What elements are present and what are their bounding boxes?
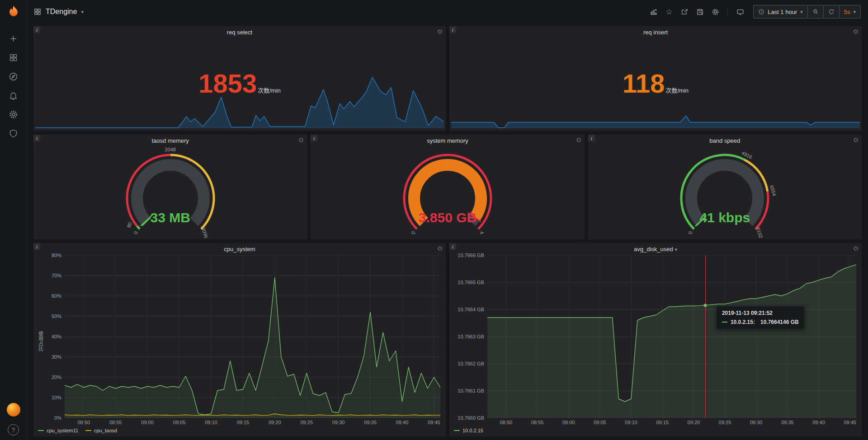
x-axis: 08:5008:5509:0009:0509:1009:1509:2009:25… bbox=[487, 418, 856, 426]
panel-title[interactable]: avg_disk_used ▾ bbox=[463, 246, 848, 253]
panel-title[interactable]: req select bbox=[47, 29, 432, 36]
panel-req-insert: i req insert 118 次数/min bbox=[449, 26, 862, 131]
x-axis-tick: 09:05 bbox=[594, 420, 606, 425]
dashboard-settings-button[interactable] bbox=[708, 5, 722, 18]
x-axis-tick: 09:30 bbox=[750, 420, 763, 425]
x-axis-tick: 09:45 bbox=[844, 420, 856, 425]
dashboard-title[interactable]: TDengine bbox=[46, 8, 77, 16]
panel-req-select: i req select 1853 次数/min bbox=[33, 26, 446, 131]
sidebar-bottom: ? bbox=[7, 403, 20, 435]
req-insert-unit: 次数/min bbox=[666, 86, 689, 94]
panel-band-speed: i band speed 41 kbps 0491665548192 bbox=[588, 135, 862, 239]
grafana-logo[interactable] bbox=[5, 3, 23, 21]
clock-icon bbox=[758, 9, 764, 15]
x-axis-tick: 09:35 bbox=[364, 420, 377, 425]
sidebar-item-configuration[interactable] bbox=[9, 110, 18, 119]
panel-info-icon[interactable]: i bbox=[588, 135, 595, 141]
legend-series-name: cpu_taosd bbox=[94, 428, 117, 433]
chevron-down-icon: ▾ bbox=[853, 9, 856, 15]
y-axis-tick: 50% bbox=[52, 314, 61, 319]
sidebar-item-server-admin[interactable] bbox=[9, 129, 18, 138]
refresh-button[interactable] bbox=[823, 5, 840, 19]
dashboard-grid: i req select 1853 次数/min i req insert bbox=[27, 23, 868, 440]
main-area: TDengine ▾ ☆ bbox=[27, 0, 868, 440]
question-mark-icon: ? bbox=[12, 426, 15, 434]
x-axis-tick: 09:40 bbox=[812, 420, 825, 425]
panel-title[interactable]: band speed bbox=[602, 137, 848, 144]
y-axis-tick: 30% bbox=[52, 354, 61, 360]
chart-cursor-line bbox=[705, 255, 706, 418]
refresh-icon bbox=[828, 9, 835, 15]
chart-area: 使用占比 80%70%60%50%40%30%20%10%0% 08:5008:… bbox=[37, 255, 440, 426]
panel-loading-icon bbox=[853, 137, 859, 143]
share-button[interactable] bbox=[678, 5, 691, 18]
chevron-down-icon[interactable]: ▾ bbox=[81, 9, 84, 15]
chevron-down-icon: ▾ bbox=[800, 9, 803, 15]
tooltip-series-name: 10.0.2.15: bbox=[731, 319, 755, 325]
tv-mode-button[interactable] bbox=[733, 5, 747, 18]
chart-legend: cpu_system11cpu_taosd bbox=[37, 426, 440, 434]
panel-title[interactable]: system memory bbox=[324, 137, 571, 144]
big-value-group: 1853 次数/min bbox=[35, 37, 444, 130]
avg-disk-used-chart[interactable]: 2019-11-13 09:21:52 10.0.2.15: 10.766414… bbox=[487, 255, 856, 418]
plus-icon bbox=[9, 34, 18, 43]
add-panel-button[interactable] bbox=[647, 5, 660, 18]
legend-series-name: 10.0.2.15 bbox=[462, 428, 483, 433]
panel-info-icon[interactable]: i bbox=[33, 243, 40, 250]
cpu-system-chart[interactable] bbox=[65, 255, 440, 418]
panel-taosd-memory: i taosd memery 33 MB 08020484096 bbox=[33, 135, 307, 239]
x-axis-tick: 08:50 bbox=[77, 420, 90, 425]
y-axis-tick: 70% bbox=[52, 273, 61, 278]
share-icon bbox=[681, 8, 689, 16]
squares-icon bbox=[9, 53, 18, 62]
panel-title[interactable]: cpu_system bbox=[47, 246, 432, 253]
zoom-out-button[interactable] bbox=[807, 5, 824, 19]
legend-item[interactable]: cpu_taosd bbox=[85, 428, 117, 433]
dashboard-grid-icon[interactable] bbox=[33, 8, 42, 16]
y-axis-tick: 10.7661 GB bbox=[458, 388, 484, 393]
panel-info-icon[interactable]: i bbox=[449, 26, 456, 33]
gauge-scale-label: 2048 bbox=[165, 147, 175, 152]
x-axis-tick: 08:55 bbox=[109, 420, 122, 425]
gear-icon bbox=[712, 8, 719, 16]
tooltip-timestamp: 2019-11-13 09:21:52 bbox=[722, 310, 799, 316]
singlestat-body: 118 次数/min bbox=[451, 37, 860, 130]
user-avatar[interactable] bbox=[7, 403, 20, 417]
chart-legend: 10.0.2.15 bbox=[453, 426, 856, 434]
panel-title-text: avg_disk_used bbox=[634, 246, 673, 253]
panel-info-icon[interactable]: i bbox=[449, 243, 456, 250]
sidebar-item-dashboards[interactable] bbox=[9, 53, 18, 62]
sidebar-item-explore[interactable] bbox=[9, 72, 18, 81]
panel-title[interactable]: req insert bbox=[463, 29, 848, 36]
sidebar-item-alerting[interactable] bbox=[9, 91, 18, 100]
star-button[interactable]: ☆ bbox=[662, 5, 676, 18]
x-axis-tick: 09:45 bbox=[428, 420, 440, 425]
top-navbar: TDengine ▾ ☆ bbox=[27, 0, 868, 23]
panel-loading-icon bbox=[853, 246, 859, 251]
nav-divider bbox=[727, 7, 728, 16]
x-axis-tick: 09:15 bbox=[656, 420, 669, 425]
gauge-value: 33 MB bbox=[98, 210, 243, 225]
x-axis: 08:5008:5509:0009:0509:1009:1509:2009:25… bbox=[65, 418, 440, 426]
x-axis-tick: 09:00 bbox=[141, 420, 154, 425]
y-axis-tick: 0% bbox=[54, 415, 61, 421]
panel-info-icon[interactable]: i bbox=[33, 135, 40, 141]
panel-loading-icon bbox=[853, 29, 859, 34]
panel-info-icon[interactable]: i bbox=[33, 26, 40, 33]
panel-title[interactable]: taosd memery bbox=[47, 137, 293, 144]
panel-info-icon[interactable]: i bbox=[311, 135, 317, 141]
refresh-interval-picker[interactable]: 5s ▾ bbox=[839, 5, 861, 19]
legend-item[interactable]: cpu_system11 bbox=[38, 428, 78, 433]
chart-area: 10.7666 GB10.7665 GB10.7664 GB10.7663 GB… bbox=[453, 255, 856, 426]
system-memory-gauge: 3.850 GB 04 bbox=[375, 148, 520, 238]
legend-item[interactable]: 10.0.2.15 bbox=[454, 428, 483, 433]
save-button[interactable] bbox=[693, 5, 707, 18]
x-axis-tick: 09:10 bbox=[625, 420, 637, 425]
add-panel-icon bbox=[650, 8, 658, 16]
time-range-picker[interactable]: Last 1 hour ▾ bbox=[753, 5, 808, 19]
x-axis-tick: 08:55 bbox=[531, 420, 544, 425]
sidebar-item-create[interactable] bbox=[9, 34, 18, 43]
help-button[interactable]: ? bbox=[8, 424, 19, 435]
sidebar-menu bbox=[9, 34, 18, 138]
bell-icon bbox=[9, 91, 18, 100]
